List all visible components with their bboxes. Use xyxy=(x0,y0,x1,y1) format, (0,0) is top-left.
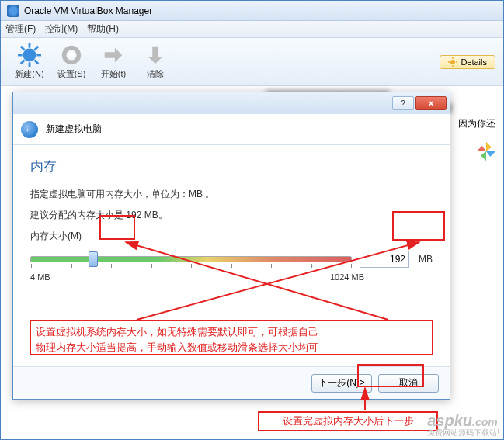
svg-line-7 xyxy=(35,47,39,50)
dialog-header: ← 新建虚拟电脑 xyxy=(13,114,450,145)
toolbar-start-label: 开始(t) xyxy=(101,68,126,80)
memory-slider[interactable] xyxy=(30,256,352,262)
new-vm-dialog: ? ✕ ← 新建虚拟电脑 内存 指定虚拟电脑可用内存大小，单位为：MB 。 建议… xyxy=(12,92,450,400)
side-text: 因为你还 xyxy=(458,117,495,130)
memory-input[interactable] xyxy=(360,251,409,268)
annotation-footnote-text: 设置完虚拟内存大小后下一步 xyxy=(283,414,414,428)
sun-icon xyxy=(18,43,41,67)
help-button[interactable]: ? xyxy=(392,96,414,110)
svg-line-8 xyxy=(21,61,25,64)
svg-line-5 xyxy=(21,47,25,50)
app-title: Oracle VM VirtualBox Manager xyxy=(24,5,152,16)
toolbar-settings[interactable]: 设置(S) xyxy=(50,43,92,80)
gear-icon xyxy=(60,43,83,67)
pinwheel-icon xyxy=(475,140,497,162)
toolbar-clear-label: 清除 xyxy=(147,68,164,80)
toolbar-new-label: 新建(N) xyxy=(15,68,43,80)
memory-desc: 指定虚拟电脑可用内存大小，单位为：MB 。 xyxy=(30,188,433,201)
toolbar-settings-label: 设置(S) xyxy=(57,68,86,80)
dialog-body: 内存 指定虚拟电脑可用内存大小，单位为：MB 。 建议分配的内存大小是 192 … xyxy=(13,145,450,362)
svg-point-0 xyxy=(23,49,36,62)
slider-range-labels: 4 MB 1024 MB xyxy=(30,272,364,282)
memory-recommend: 建议分配的内存大小是 192 MB。 xyxy=(30,209,433,222)
details-label: Details xyxy=(461,57,487,67)
section-heading: 内存 xyxy=(30,158,433,175)
annotation-footnote: 设置完虚拟内存大小后下一步 xyxy=(258,411,438,431)
dialog-footer: 下一步(N)> 取消 xyxy=(13,366,450,399)
toolbar-new[interactable]: 新建(N) xyxy=(9,43,50,80)
watermark-brand: aspku xyxy=(427,412,472,429)
menu-control[interactable]: 控制(M) xyxy=(45,23,78,36)
wizard-title: 新建虚拟电脑 xyxy=(46,123,102,136)
watermark-tld: .com xyxy=(472,416,498,428)
dialog-titlebar: ? ✕ xyxy=(13,92,450,114)
toolbar-start[interactable]: 开始(t) xyxy=(92,43,134,80)
slider-label: 内存大小(M) xyxy=(30,230,433,243)
sun-small-icon xyxy=(448,57,457,67)
slider-row: MB xyxy=(30,251,433,268)
arrow-down-icon xyxy=(144,43,167,67)
svg-line-6 xyxy=(35,61,39,64)
svg-point-10 xyxy=(68,52,75,58)
watermark-slogan: 免费网站源码下载站! xyxy=(427,428,499,438)
watermark: aspku.com 免费网站源码下载站! xyxy=(427,412,499,438)
menu-manage[interactable]: 管理(F) xyxy=(5,23,36,36)
memory-unit: MB xyxy=(419,254,433,265)
svg-point-11 xyxy=(450,60,455,64)
details-button[interactable]: Details xyxy=(440,55,495,69)
menu-help[interactable]: 帮助(H) xyxy=(87,23,119,36)
titlebar: Oracle VM VirtualBox Manager xyxy=(1,1,503,21)
close-button[interactable]: ✕ xyxy=(415,96,447,110)
arrow-right-icon xyxy=(102,43,125,67)
menubar: 管理(F) 控制(M) 帮助(H) xyxy=(1,21,503,38)
app-icon xyxy=(7,5,19,17)
slider-ticks xyxy=(31,264,351,268)
toolbar-clear[interactable]: 清除 xyxy=(134,43,176,80)
slider-min: 4 MB xyxy=(30,272,50,282)
slider-max: 1024 MB xyxy=(330,272,364,282)
next-button[interactable]: 下一步(N)> xyxy=(311,374,372,393)
cancel-button[interactable]: 取消 xyxy=(378,374,439,393)
back-icon[interactable]: ← xyxy=(21,121,38,138)
toolbar: 新建(N) 设置(S) 开始(t) 清除 Details xyxy=(1,38,503,86)
